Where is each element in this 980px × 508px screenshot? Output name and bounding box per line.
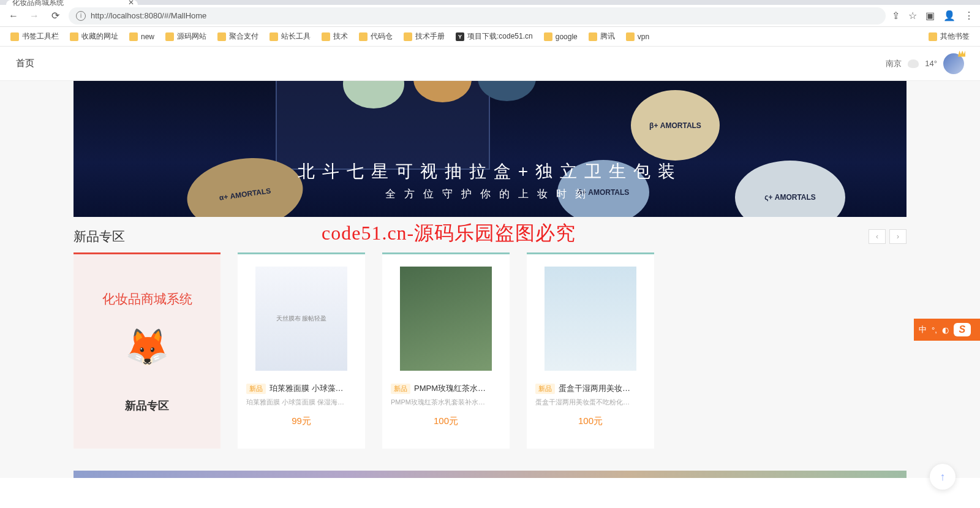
- avatar[interactable]: [943, 53, 964, 74]
- product-desc: 珀莱雅面膜 小球藻面膜 保湿海…: [246, 398, 356, 407]
- bookmark-item[interactable]: 收藏的网址: [67, 29, 121, 44]
- product-card[interactable]: 天丝膜布 服帖轻盈 新品 珀莱雅面膜 小球藻… 珀莱雅面膜 小球藻面膜 保湿海……: [238, 252, 365, 449]
- carousel-next-button[interactable]: ›: [889, 229, 907, 244]
- temperature: 14°: [925, 59, 937, 68]
- folder-icon: [70, 32, 78, 41]
- bookmark-item[interactable]: 代码仓: [356, 29, 396, 44]
- folder-icon: [544, 32, 552, 41]
- new-badge: 新品: [391, 384, 410, 394]
- browser-tab-strip: 化妆品商城系统 ✕: [0, 0, 980, 5]
- bookmark-item[interactable]: 技术手册: [401, 29, 448, 44]
- page-content: α+ AMORTALS β+ AMORTALS δ+ AMORTALS ς+ A…: [0, 81, 980, 478]
- profile-icon[interactable]: 👤: [943, 10, 956, 21]
- url-bar[interactable]: i http://localhost:8080/#/MallHome: [69, 7, 886, 25]
- folder-icon: [165, 32, 174, 41]
- bookmark-item[interactable]: 站长工具: [266, 29, 314, 44]
- product-card[interactable]: 新品 PMPM玫瑰红茶水… PMPM玫瑰红茶水乳套装补水… 100元: [382, 252, 510, 449]
- bookmark-item[interactable]: new: [126, 31, 157, 43]
- ime-symbol: ◐: [942, 325, 949, 335]
- site-info-icon[interactable]: i: [76, 11, 86, 21]
- product-name: PMPM玫瑰红茶水…: [414, 383, 486, 394]
- side-card-subtitle: 新品专区: [125, 398, 169, 413]
- other-bookmarks[interactable]: 其他书签: [925, 29, 973, 44]
- folder-icon: [589, 32, 597, 41]
- folder-icon: [270, 32, 278, 41]
- banner-graphic: β+ AMORTALS: [631, 90, 720, 161]
- folder-icon: [129, 32, 138, 41]
- hero-banner[interactable]: α+ AMORTALS β+ AMORTALS δ+ AMORTALS ς+ A…: [74, 81, 907, 217]
- bookmarks-bar: 书签工具栏 收藏的网址 new 源码网站 聚合支付 站长工具 技术 代码仓 技术…: [0, 27, 980, 47]
- folder-icon: [322, 32, 330, 41]
- folder-icon: [359, 32, 368, 41]
- menu-icon[interactable]: ⋮: [964, 10, 974, 21]
- folder-icon: [929, 32, 937, 41]
- new-products-section: 新品专区 ‹ › code51.cn-源码乐园盗图必究 化妆品商城系统 🦊 新品…: [74, 217, 907, 449]
- bookmark-item[interactable]: 书签工具栏: [7, 29, 62, 44]
- product-name: 珀莱雅面膜 小球藻…: [270, 383, 344, 394]
- bookmark-item[interactable]: Y项目下载:code51.cn: [453, 29, 536, 44]
- product-price: 100元: [578, 415, 603, 427]
- product-desc: PMPM玫瑰红茶水乳套装补水…: [391, 398, 501, 407]
- product-image: [400, 267, 492, 371]
- browser-toolbar: ← → ⟳ i http://localhost:8080/#/MallHome…: [0, 5, 980, 27]
- sogou-icon: S: [954, 323, 971, 336]
- section-side-card[interactable]: 化妆品商城系统 🦊 新品专区: [74, 252, 221, 449]
- product-image: 天丝膜布 服帖轻盈: [255, 267, 347, 371]
- folder-icon: [626, 32, 635, 41]
- new-badge: 新品: [535, 384, 555, 394]
- product-price: 100元: [434, 415, 458, 427]
- panel-icon[interactable]: ▣: [925, 10, 935, 21]
- product-desc: 蛋盒干湿两用美妆蛋不吃粉化…: [535, 398, 646, 407]
- bookmark-item[interactable]: 聚合支付: [214, 29, 262, 44]
- bookmark-item[interactable]: google: [541, 31, 581, 43]
- back-button[interactable]: ←: [6, 9, 21, 23]
- product-card[interactable]: 新品 蛋盒干湿两用美妆… 蛋盒干湿两用美妆蛋不吃粉化… 100元: [527, 252, 654, 449]
- folder-icon: [404, 32, 412, 41]
- folder-icon: [217, 32, 226, 41]
- cloud-icon: [908, 59, 919, 68]
- carousel-prev-button[interactable]: ‹: [869, 229, 886, 244]
- ime-indicator[interactable]: 中 °, ◐ S: [914, 319, 980, 341]
- city-label: 南京: [886, 58, 902, 69]
- url-text: http://localhost:8080/#/MallHome: [91, 11, 206, 20]
- tab-title: 化妆品商城系统: [12, 0, 64, 8]
- folder-icon: [10, 32, 19, 41]
- bookmark-item[interactable]: 腾讯: [586, 29, 618, 44]
- fox-icon: 🦊: [125, 326, 169, 368]
- product-name: 蛋盒干湿两用美妆…: [559, 383, 630, 394]
- bookmark-item[interactable]: 技术: [318, 29, 351, 44]
- ime-mode: 中: [919, 324, 927, 335]
- forward-button[interactable]: →: [27, 9, 42, 23]
- reload-button[interactable]: ⟳: [48, 9, 62, 23]
- banner-graphic: ς+ AMORTALS: [735, 161, 845, 217]
- ime-symbol: °,: [932, 325, 937, 335]
- product-image: [545, 267, 636, 371]
- site-header: 首页 南京 14°: [0, 47, 980, 81]
- bookmark-item[interactable]: 源码网站: [162, 29, 209, 44]
- product-price: 99元: [292, 415, 311, 427]
- bottom-banner: [74, 471, 907, 478]
- site-icon: Y: [456, 32, 464, 41]
- side-card-title: 化妆品商城系统: [102, 290, 192, 308]
- section-title: 新品专区: [74, 228, 125, 245]
- product-row: 化妆品商城系统 🦊 新品专区 天丝膜布 服帖轻盈 新品 珀莱雅面膜 小球藻… 珀…: [74, 252, 907, 449]
- share-icon[interactable]: ⇪: [892, 10, 900, 21]
- bookmark-item[interactable]: vpn: [623, 31, 652, 43]
- close-icon[interactable]: ✕: [128, 0, 134, 7]
- hero-text: 北斗七星可视抽拉盒+独立卫生包装 全方位守护你的上妆时刻: [298, 158, 682, 202]
- nav-home[interactable]: 首页: [16, 58, 34, 69]
- new-badge: 新品: [246, 384, 266, 394]
- star-icon[interactable]: ☆: [908, 10, 917, 21]
- browser-tab[interactable]: 化妆品商城系统 ✕: [6, 0, 138, 5]
